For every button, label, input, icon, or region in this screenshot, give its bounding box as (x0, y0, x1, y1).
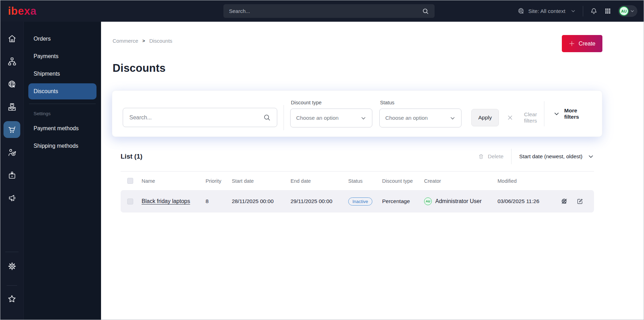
column-end-date: End date (291, 178, 348, 184)
column-name: Name (142, 178, 206, 184)
menu-item-shipments[interactable]: Shipments (28, 66, 96, 82)
chevron-down-icon (360, 115, 366, 121)
marketing-megaphone-icon (7, 193, 17, 203)
products-boxes-icon (7, 102, 17, 112)
rail-item-admin[interactable] (3, 167, 20, 183)
cell-modified: 03/06/2025 11:26 (498, 198, 559, 204)
cell-end-date: 29/11/2025 00:00 (291, 198, 348, 204)
global-search-input[interactable]: Search... (223, 4, 435, 18)
rail-item-marketing[interactable] (3, 189, 20, 206)
grid-icon (604, 8, 611, 14)
menu-section-label: Settings (28, 110, 96, 120)
clear-filters-button[interactable]: Clear filters (507, 111, 544, 124)
more-filters-button[interactable]: More filters (544, 101, 593, 126)
rail-item-bookmarks[interactable] (3, 291, 20, 307)
breadcrumb-separator: > (142, 38, 145, 43)
breadcrumb-discounts[interactable]: Discounts (149, 38, 172, 44)
commerce-cart-icon (7, 125, 17, 134)
site-context-selector[interactable]: Site: All context (517, 7, 576, 15)
column-discount-type: Discount type (382, 178, 424, 184)
search-icon (263, 114, 271, 121)
column-status: Status (348, 178, 382, 184)
cell-start-date: 28/11/2025 00:00 (232, 198, 291, 204)
column-priority: Priority (206, 178, 232, 184)
content-tree-icon (7, 57, 17, 66)
discount-name-link[interactable]: Black friday laptops (142, 198, 190, 204)
menu-item-orders[interactable]: Orders (28, 31, 96, 47)
filter-search-input[interactable]: Search... (123, 108, 277, 127)
topbar: ibexa Search... Site: All context (0, 0, 644, 22)
column-modified: Modified (498, 178, 559, 184)
apply-button[interactable]: Apply (471, 109, 499, 126)
search-icon (422, 8, 429, 15)
rail-item-site[interactable] (3, 76, 20, 92)
chevron-down-icon (630, 9, 635, 13)
list-title: List (1) (121, 153, 142, 160)
cell-discount-type: Percentage (382, 198, 424, 204)
sort-label: Start date (newest, oldest) (519, 153, 582, 160)
sort-select[interactable]: Start date (newest, oldest) (519, 153, 594, 160)
user-menu[interactable]: AU (618, 5, 637, 17)
breadcrumb-commerce[interactable]: Commerce (113, 38, 138, 44)
chevron-down-icon (571, 8, 576, 14)
rail-item-commerce[interactable] (3, 121, 20, 138)
rail-item-content[interactable] (3, 53, 20, 70)
column-creator: Creator (424, 178, 498, 184)
menu-item-payments[interactable]: Payments (28, 48, 96, 64)
edit-icon[interactable] (577, 198, 584, 205)
settings-gear-icon (7, 262, 17, 271)
site-preview-disabled-icon[interactable] (561, 198, 568, 205)
app-window: ibexa Search... Site: All context (0, 0, 644, 320)
rail-divider (7, 285, 17, 286)
site-globe-icon (7, 79, 17, 89)
creator-name: Administrator User (435, 198, 481, 204)
plus-icon (569, 41, 575, 47)
delete-label: Delete (488, 153, 503, 160)
topbar-divider (583, 6, 583, 16)
menu-divider (29, 104, 96, 104)
chevron-down-icon (588, 153, 594, 160)
menu-item-shipping-methods[interactable]: Shipping methods (28, 138, 96, 154)
create-button[interactable]: Create (562, 35, 602, 52)
breadcrumb: Commerce > Discounts (113, 35, 172, 44)
discount-type-select[interactable]: Choose an option (290, 109, 372, 127)
globe-cursor-icon (517, 7, 525, 15)
topbar-right: Site: All context AU (517, 5, 644, 17)
rail-item-dashboard[interactable] (3, 30, 20, 47)
cell-priority: 8 (206, 198, 232, 204)
discount-type-value: Choose an option (296, 115, 339, 121)
status-badge: Inactive (348, 197, 372, 206)
more-filters-label: More filters (564, 107, 593, 120)
list-header: List (1) Delete Start date (newest, olde… (121, 149, 594, 164)
rail-divider (5, 252, 19, 252)
page-title: Discounts (113, 62, 602, 75)
table-header-row: Name Priority Start date End date Status… (121, 171, 594, 190)
bookmarks-star-icon (7, 294, 17, 304)
menu-item-payment-methods[interactable]: Payment methods (28, 120, 96, 137)
chevron-down-icon (553, 111, 560, 117)
rail-item-settings[interactable] (3, 258, 20, 274)
ibexa-logo[interactable]: ibexa (8, 6, 37, 16)
personalization-target-icon (7, 148, 17, 157)
rail-item-personalization[interactable] (3, 144, 20, 161)
create-button-label: Create (579, 41, 595, 47)
chevron-down-icon (450, 115, 456, 121)
table-row: Black friday laptops 8 28/11/2025 00:00 … (121, 190, 594, 213)
status-select[interactable]: Choose an option (379, 109, 461, 127)
filters-card: Search... Discount type Choose an option (112, 90, 602, 137)
status-label: Status (379, 100, 461, 105)
rail-item-products[interactable] (3, 98, 20, 115)
delete-button[interactable]: Delete (478, 153, 503, 160)
apps-grid-button[interactable] (604, 8, 611, 14)
notifications-button[interactable] (590, 7, 598, 15)
filter-search-placeholder: Search... (129, 114, 152, 121)
menu-item-discounts[interactable]: Discounts (28, 83, 96, 99)
home-icon (7, 34, 17, 43)
row-checkbox[interactable] (127, 199, 133, 204)
select-all-checkbox[interactable] (127, 178, 133, 184)
main-content: Commerce > Discounts Create Discounts Se… (101, 22, 644, 320)
list-header-divider (511, 149, 511, 164)
discounts-table: Name Priority Start date End date Status… (121, 171, 594, 213)
trash-icon (478, 153, 484, 160)
status-value: Choose an option (385, 115, 428, 121)
